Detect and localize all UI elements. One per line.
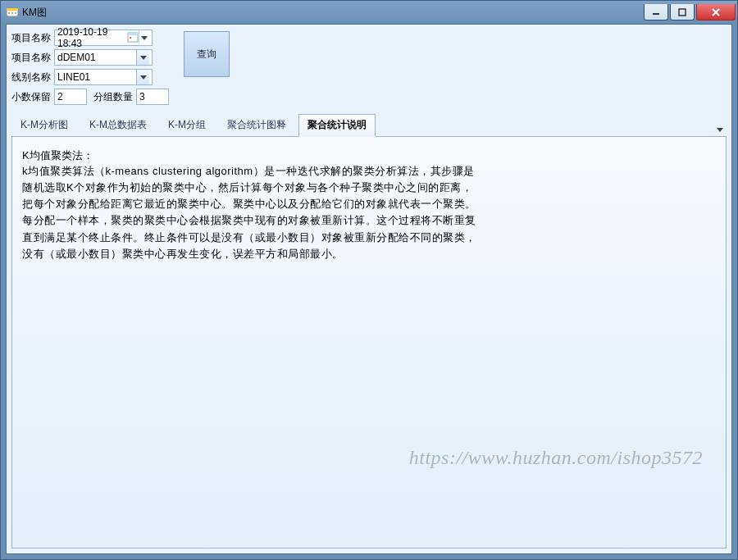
tab-agg-desc[interactable]: 聚合统计说明	[298, 114, 376, 137]
tab-km-group[interactable]: K-M分组	[159, 114, 215, 136]
label-line-name: 线别名称	[11, 71, 54, 84]
input-groups[interactable]	[136, 89, 169, 105]
titlebar[interactable]: KM图	[1, 1, 737, 24]
row-project-date: 项目名称 2019-10-19 18:43	[11, 30, 169, 46]
label-decimals: 小数保留	[11, 90, 54, 104]
svg-rect-1	[7, 8, 18, 11]
client-area: 项目名称 2019-10-19 18:43 项目名称 dDEM01	[6, 24, 732, 554]
tabstrip: K-M分析图 K-M总数据表 K-M分组 聚合统计图释 聚合统计说明	[11, 113, 727, 136]
calendar-icon[interactable]	[127, 31, 139, 44]
svg-point-4	[15, 12, 16, 14]
svg-point-2	[8, 12, 10, 14]
input-decimals[interactable]	[54, 89, 87, 105]
row-numbers: 小数保留 分组数量	[11, 89, 169, 105]
combo-line-value: LINE01	[57, 71, 90, 83]
date-picker[interactable]: 2019-10-19 18:43	[54, 30, 153, 46]
tab-km-chart[interactable]: K-M分析图	[11, 114, 77, 136]
form-area: 项目名称 2019-10-19 18:43 项目名称 dDEM01	[11, 30, 727, 108]
window-buttons	[642, 4, 736, 20]
close-button[interactable]	[696, 4, 736, 20]
tab-agg-chart[interactable]: 聚合统计图释	[218, 114, 295, 136]
label-project-name: 项目名称	[11, 51, 54, 65]
form-left: 项目名称 2019-10-19 18:43 项目名称 dDEM01	[11, 30, 169, 108]
tabpage-agg-desc: K均值聚类法： k均值聚类算法（k-means clustering algor…	[11, 136, 727, 549]
tab-km-total-table[interactable]: K-M总数据表	[80, 114, 156, 136]
combo-line-dropdown-icon[interactable]	[136, 70, 149, 84]
watermark: https://www.huzhan.com/ishop3572	[409, 447, 703, 469]
maximize-button[interactable]	[670, 4, 695, 20]
combo-project[interactable]: dDEM01	[54, 49, 153, 66]
desc-title: K均值聚类法：	[22, 148, 716, 163]
app-window: KM图 项目名称 2019-10-19 18:43	[0, 0, 738, 560]
svg-rect-11	[130, 37, 131, 39]
window-title: KM图	[22, 6, 642, 20]
query-button-label: 查询	[197, 48, 216, 61]
tabstrip-chevron-icon[interactable]	[713, 123, 727, 136]
row-project-name: 项目名称 dDEM01	[11, 49, 169, 66]
combo-line[interactable]: LINE01	[54, 69, 153, 85]
label-project-date: 项目名称	[11, 31, 54, 45]
date-value: 2019-10-19 18:43	[57, 26, 127, 49]
label-groups: 分组数量	[93, 90, 136, 104]
minimize-button[interactable]	[644, 4, 668, 20]
svg-rect-10	[128, 33, 138, 35]
row-line-name: 线别名称 LINE01	[11, 69, 169, 85]
svg-rect-6	[679, 9, 686, 16]
combo-project-dropdown-icon[interactable]	[136, 50, 149, 65]
combo-project-value: dDEM01	[57, 52, 96, 63]
svg-point-3	[11, 12, 13, 14]
app-icon	[6, 6, 19, 19]
query-button[interactable]: 查询	[184, 31, 230, 77]
desc-body: k均值聚类算法（k-means clustering algorithm）是一种…	[22, 163, 481, 262]
date-dropdown-icon[interactable]	[139, 30, 149, 45]
